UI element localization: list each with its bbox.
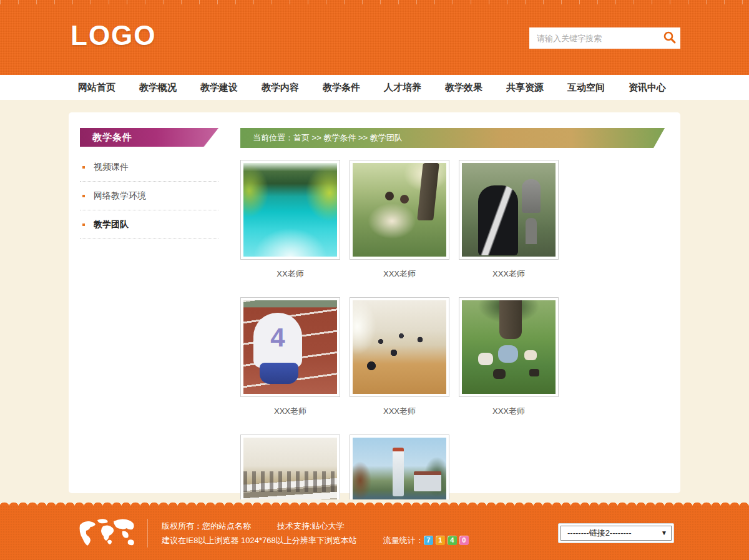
counter-digit: 1: [436, 536, 445, 545]
nav-item-4[interactable]: 教学内容: [262, 82, 299, 94]
counter-digit: 4: [448, 536, 457, 545]
footer-divider: [147, 519, 148, 548]
content-panel: 教学条件 视频课件网络教学环境教学团队 当前位置：首页 >> 教学条件 >> 教…: [69, 112, 680, 493]
teacher-photo-athlete-track[interactable]: [243, 300, 337, 394]
nav-item-7[interactable]: 教学效果: [445, 82, 482, 94]
teacher-card[interactable]: XXX老师: [350, 297, 449, 417]
main-nav: 网站首页教学概况教学建设教学内容教学条件人才培养教学效果共享资源互动空间资讯中心: [0, 75, 749, 100]
teacher-card[interactable]: XXX老师: [240, 297, 340, 417]
site-logo[interactable]: LOGO: [71, 20, 157, 51]
links-dropdown-wrap: --------链接2-------- ▼: [558, 523, 674, 543]
counter-digit: 0: [459, 536, 469, 545]
sidebar-item-1[interactable]: 视频课件: [80, 153, 218, 182]
teacher-photo-frame: [459, 160, 559, 260]
links-dropdown[interactable]: --------链接2-------- ▼: [561, 526, 672, 541]
footer-scallop-edge: [0, 499, 749, 506]
bullet-icon: [82, 224, 85, 226]
search-icon: [663, 31, 677, 46]
footer-line-2: 建议在IE8以上浏览器 1024*768以上分辨率下浏览本站 流量统计： 714…: [162, 533, 471, 548]
copyright-text: 版权所有：您的站点名称: [162, 519, 251, 533]
sidebar-list: 视频课件网络教学环境教学团队: [80, 153, 218, 239]
breadcrumb: 当前位置：首页 >> 教学条件 >> 教学团队: [240, 128, 665, 148]
nav-item-3[interactable]: 教学建设: [200, 82, 238, 94]
sidebar-banner: 教学条件: [80, 128, 218, 147]
footer-text: 版权所有：您的站点名称 技术支持:贴心大学 建议在IE8以上浏览器 1024*7…: [162, 519, 471, 548]
tech-support-text[interactable]: 技术支持:贴心大学: [277, 519, 345, 533]
teacher-photo-frame: [350, 160, 449, 260]
teacher-card[interactable]: XX老师: [240, 160, 340, 280]
teacher-photo-frame: [240, 160, 340, 260]
visit-stats: 流量统计： 7140: [383, 533, 471, 548]
nav-item-2[interactable]: 教学概况: [139, 82, 177, 94]
sidebar-item-label: 教学团队: [94, 219, 129, 230]
nav-item-9[interactable]: 互动空间: [567, 82, 605, 94]
main-area: 教学条件 视频课件网络教学环境教学团队 当前位置：首页 >> 教学条件 >> 教…: [0, 112, 749, 512]
teacher-card[interactable]: XXX老师: [459, 297, 559, 417]
sidebar: 教学条件 视频课件网络教学环境教学团队: [80, 128, 218, 493]
nav-item-1[interactable]: 网站首页: [78, 82, 115, 94]
stats-label: 流量统计：: [383, 533, 424, 548]
dropdown-arrow-icon: ▼: [661, 529, 667, 536]
site-footer: 版权所有：您的站点名称 技术支持:贴心大学 建议在IE8以上浏览器 1024*7…: [0, 499, 749, 560]
teacher-photo-grass-group[interactable]: [462, 300, 556, 394]
search-button[interactable]: [659, 27, 680, 49]
teacher-grid: XX老师XXX老师XXX老师XXX老师XXX老师XXX老师XXX老师XXX老师: [240, 160, 665, 554]
teacher-photo-students-reading[interactable]: [353, 163, 446, 257]
teacher-photo-lake-scenery[interactable]: [243, 163, 337, 257]
site-header: LOGO: [0, 0, 749, 75]
nav-item-5[interactable]: 教学条件: [323, 82, 360, 94]
teacher-card[interactable]: XXX老师: [350, 160, 449, 280]
teacher-name: XXX老师: [350, 268, 449, 280]
nav-item-8[interactable]: 共享资源: [506, 82, 544, 94]
content: 当前位置：首页 >> 教学条件 >> 教学团队 XX老师XXX老师XXX老师XX…: [240, 128, 665, 493]
sidebar-item-label: 视频课件: [94, 162, 129, 173]
world-map-icon: [76, 518, 136, 549]
sidebar-item-label: 网络教学环境: [94, 190, 146, 202]
bullet-icon: [82, 166, 85, 169]
teacher-photo-frame: [459, 297, 559, 397]
browser-advice-text: 建议在IE8以上浏览器 1024*768以上分辨率下浏览本站: [162, 533, 357, 548]
search-box: [529, 27, 680, 49]
breadcrumb-text[interactable]: 当前位置：首页 >> 教学条件 >> 教学团队: [240, 128, 665, 148]
sidebar-item-3[interactable]: 教学团队: [80, 210, 218, 239]
teacher-card[interactable]: XXX老师: [459, 160, 559, 280]
teacher-photo-classroom[interactable]: [353, 300, 446, 394]
bullet-icon: [82, 195, 85, 197]
nav-item-6[interactable]: 人才培养: [384, 82, 421, 94]
visit-counter: 7140: [424, 536, 471, 545]
footer-body: 版权所有：您的站点名称 技术支持:贴心大学 建议在IE8以上浏览器 1024*7…: [0, 506, 749, 560]
teacher-photo-frame: [240, 297, 340, 397]
main-nav-list: 网站首页教学概况教学建设教学内容教学条件人才培养教学效果共享资源互动空间资讯中心: [0, 82, 666, 94]
links-dropdown-value: --------链接2--------: [567, 528, 632, 539]
counter-digit: 7: [424, 536, 433, 545]
nav-item-10[interactable]: 资讯中心: [629, 82, 666, 94]
teacher-name: XXX老师: [350, 406, 449, 417]
sidebar-title: 教学条件: [80, 128, 218, 147]
footer-line-1: 版权所有：您的站点名称 技术支持:贴心大学: [162, 519, 471, 533]
teacher-name: XXX老师: [240, 406, 340, 417]
teacher-name: XXX老师: [459, 268, 559, 280]
search-input[interactable]: [529, 27, 659, 49]
teacher-photo-graduate-statue[interactable]: [462, 163, 556, 257]
sidebar-item-2[interactable]: 网络教学环境: [80, 182, 218, 210]
teacher-name: XXX老师: [459, 406, 559, 417]
teacher-name: XX老师: [240, 268, 340, 280]
teacher-photo-frame: [350, 297, 449, 397]
